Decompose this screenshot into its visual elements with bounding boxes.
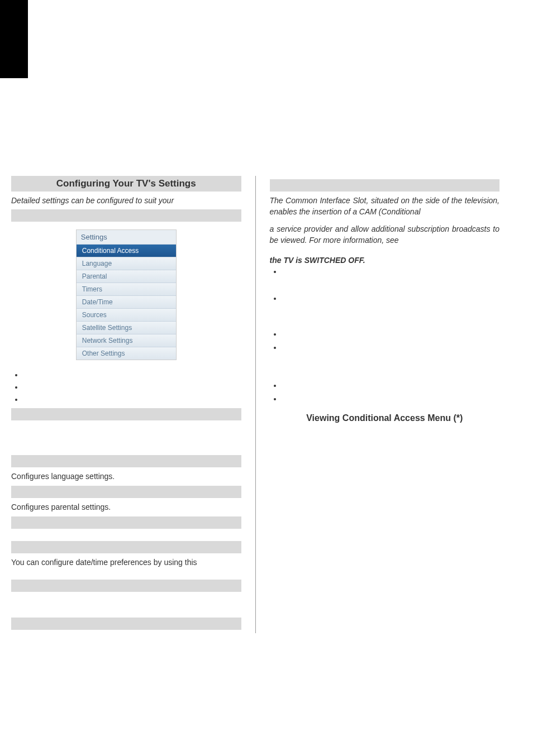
list-item [23,395,241,405]
list-item [282,394,500,405]
left-column: Configuring Your TV's Settings Detailed … [0,176,253,633]
ci-para-1: The Common Interface Slot, situated on t… [270,195,500,218]
parental-desc: Configures parental settings. [11,501,241,513]
menu-title: Settings [77,230,176,244]
right-column: The Common Interface Slot, situated on t… [259,176,511,633]
left-bullet-list-1 [11,370,241,405]
side-black-tab [0,0,28,78]
config-heading: Configuring Your TV's Settings [11,176,241,192]
subhead-blank-3 [11,516,241,529]
menu-item-conditional-access: Conditional Access [77,244,176,257]
list-item [282,329,500,341]
subhead-blank-4 [11,580,241,592]
ci-para-2: a service provider and allow additional … [270,223,500,246]
menu-item-parental: Parental [77,270,176,283]
list-item [23,382,241,393]
list-item [282,267,500,291]
subhead-blank-5 [11,618,241,630]
settings-menu-screenshot: Settings Conditional Access Language Par… [76,229,177,360]
menu-item-other: Other Settings [77,347,176,360]
menu-item-satellite: Satellite Settings [77,321,176,334]
menu-item-datetime: Date/Time [77,295,176,308]
list-item [282,343,500,379]
list-item [282,381,500,392]
page-content: Configuring Your TV's Settings Detailed … [0,78,533,655]
subhead-parental [11,486,241,498]
subhead-blank-1 [11,209,241,222]
right-bullet-list-1 [270,267,500,405]
menu-item-language: Language [77,257,176,270]
subhead-right-top [270,179,500,192]
column-divider [255,176,256,633]
switched-off-line: the TV is SWITCHED OFF. [270,256,500,265]
cam-menu-heading: Viewing Conditional Access Menu (*) [270,413,500,423]
subhead-datetime [11,541,241,553]
subhead-blank-2 [11,408,241,420]
menu-item-sources: Sources [77,308,176,321]
menu-item-network: Network Settings [77,334,176,347]
list-item [282,294,500,327]
list-item [23,370,241,380]
datetime-desc: You can configure date/time preferences … [11,557,241,568]
menu-item-timers: Timers [77,283,176,295]
language-desc: Configures language settings. [11,471,241,482]
subhead-language [11,455,241,467]
intro-text: Detailed settings can be configured to s… [11,195,241,206]
